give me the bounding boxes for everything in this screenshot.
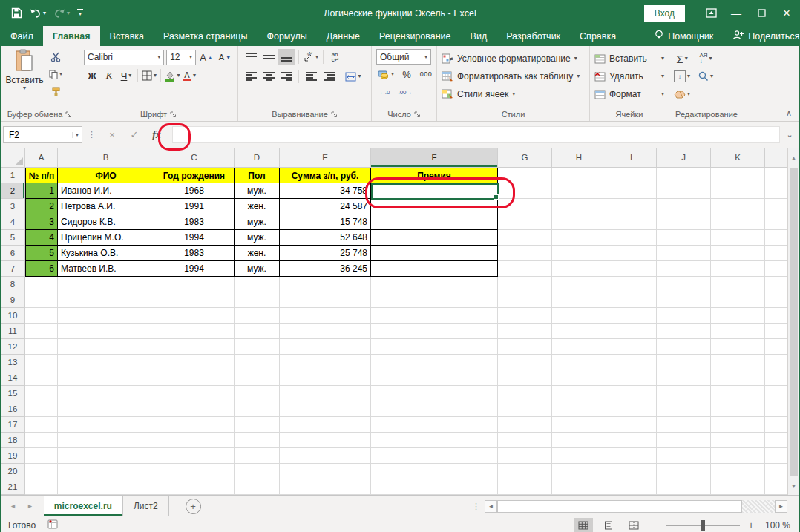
- cell-A11[interactable]: [25, 324, 58, 339]
- cell-C16[interactable]: [154, 401, 235, 417]
- cell-styles-button[interactable]: Стили ячеек ▾: [442, 86, 585, 102]
- row-header-4[interactable]: 4: [1, 214, 25, 230]
- name-box[interactable]: F2 ▾: [3, 126, 82, 143]
- cell-B20[interactable]: [58, 464, 154, 479]
- cell-A4[interactable]: 3: [25, 214, 58, 230]
- cell-J18[interactable]: [657, 433, 711, 448]
- cell-I11[interactable]: [606, 324, 657, 339]
- cell-A9[interactable]: [25, 292, 58, 308]
- cell-H16[interactable]: [552, 401, 606, 417]
- column-header-E[interactable]: E: [280, 148, 371, 168]
- cell-E1[interactable]: Сумма з/п, руб.: [280, 168, 371, 183]
- cell-B16[interactable]: [58, 401, 154, 417]
- cell-G18[interactable]: [498, 433, 552, 448]
- column-header-C[interactable]: C: [154, 148, 235, 168]
- cell-fill2[interactable]: [765, 183, 789, 199]
- accounting-format-button[interactable]: ▾: [376, 66, 396, 82]
- row-header-19[interactable]: 19: [1, 448, 25, 464]
- cell-I8[interactable]: [606, 277, 657, 292]
- bold-button[interactable]: Ж: [84, 68, 100, 84]
- cell-A21[interactable]: [25, 479, 58, 495]
- cell-B1[interactable]: ФИО: [58, 168, 154, 183]
- cell-D20[interactable]: [235, 464, 280, 479]
- cell-E4[interactable]: 15 748: [280, 214, 371, 230]
- cell-E3[interactable]: 24 587: [280, 199, 371, 214]
- zoom-out-button[interactable]: −: [649, 519, 660, 531]
- cut-button[interactable]: [47, 49, 65, 65]
- cell-F1[interactable]: Премия: [371, 168, 498, 183]
- increase-decimal-button[interactable]: ←.0: [376, 84, 393, 100]
- cell-I9[interactable]: [606, 292, 657, 308]
- row-header-10[interactable]: 10: [1, 308, 25, 324]
- cell-D3[interactable]: жен.: [235, 199, 280, 214]
- prev-sheet-button[interactable]: ◄: [10, 502, 16, 510]
- cell-G7[interactable]: [498, 261, 552, 277]
- conditional-formatting-button[interactable]: ≠ Условное форматирование ▾: [442, 50, 585, 67]
- cell-H17[interactable]: [552, 417, 606, 433]
- cell-H7[interactable]: [552, 261, 606, 277]
- cell-E7[interactable]: 36 245: [280, 261, 371, 277]
- cell-C2[interactable]: 1968: [154, 183, 235, 199]
- collapse-ribbon-button[interactable]: ∧: [786, 108, 792, 118]
- cell-G3[interactable]: [498, 199, 552, 214]
- cell-B3[interactable]: Петрова А.И.: [58, 199, 154, 214]
- cell-fill14[interactable]: [765, 370, 789, 386]
- cell-C1[interactable]: Год рождения: [154, 168, 235, 183]
- enter-button[interactable]: ✓: [123, 126, 145, 143]
- cell-E20[interactable]: [280, 464, 371, 479]
- cell-K5[interactable]: [711, 230, 765, 246]
- new-sheet-button[interactable]: +: [186, 499, 201, 514]
- number-format-combo[interactable]: Общий ▾: [376, 49, 431, 65]
- cell-K18[interactable]: [711, 433, 765, 448]
- find-select-button[interactable]: ▾: [698, 68, 714, 85]
- merge-center-button[interactable]: ▾: [345, 68, 361, 85]
- cell-C12[interactable]: [154, 339, 235, 355]
- shrink-font-button[interactable]: A▼: [217, 49, 233, 65]
- cell-D14[interactable]: [235, 370, 280, 386]
- align-top-button[interactable]: [243, 49, 259, 65]
- cell-D6[interactable]: жен.: [235, 246, 280, 261]
- cell-I4[interactable]: [606, 214, 657, 230]
- row-header-11[interactable]: 11: [1, 324, 25, 339]
- comma-style-button[interactable]: 000: [418, 66, 434, 82]
- cell-fill20[interactable]: [765, 464, 789, 479]
- cell-A6[interactable]: 5: [25, 246, 58, 261]
- cell-A1[interactable]: № п/п: [25, 168, 58, 183]
- cell-I13[interactable]: [606, 355, 657, 370]
- font-color-button[interactable]: А ▾: [181, 68, 197, 84]
- column-header-A[interactable]: A: [25, 148, 58, 168]
- select-all-button[interactable]: [1, 148, 25, 168]
- cell-G13[interactable]: [498, 355, 552, 370]
- cell-F11[interactable]: [371, 324, 498, 339]
- cell-E16[interactable]: [280, 401, 371, 417]
- cell-K11[interactable]: [711, 324, 765, 339]
- ribbon-tab-3[interactable]: Разметка страницы: [154, 26, 257, 46]
- cell-J3[interactable]: [657, 199, 711, 214]
- cell-C4[interactable]: 1983: [154, 214, 235, 230]
- cell-J11[interactable]: [657, 324, 711, 339]
- sign-in-button[interactable]: Вход: [644, 5, 685, 22]
- scroll-down-button[interactable]: ▼: [788, 477, 799, 495]
- undo-button[interactable]: ▾: [30, 8, 46, 19]
- row-header-3[interactable]: 3: [1, 199, 25, 214]
- cell-D17[interactable]: [235, 417, 280, 433]
- column-header-B[interactable]: B: [58, 148, 154, 168]
- cell-F3[interactable]: [371, 199, 498, 214]
- cell-D13[interactable]: [235, 355, 280, 370]
- scroll-up-button[interactable]: ▲: [788, 148, 799, 166]
- format-painter-button[interactable]: [47, 83, 65, 99]
- cell-E6[interactable]: 25 748: [280, 246, 371, 261]
- cell-H9[interactable]: [552, 292, 606, 308]
- cell-B12[interactable]: [58, 339, 154, 355]
- cell-H20[interactable]: [552, 464, 606, 479]
- cell-B7[interactable]: Матвеев И.В.: [58, 261, 154, 277]
- cell-G5[interactable]: [498, 230, 552, 246]
- ribbon-tab-9[interactable]: Справка: [570, 26, 626, 46]
- cell-fill12[interactable]: [765, 339, 789, 355]
- cell-C14[interactable]: [154, 370, 235, 386]
- save-button[interactable]: [11, 7, 22, 19]
- normal-view-button[interactable]: [574, 518, 593, 532]
- cell-I19[interactable]: [606, 448, 657, 464]
- cell-J6[interactable]: [657, 246, 711, 261]
- row-header-9[interactable]: 9: [1, 292, 25, 308]
